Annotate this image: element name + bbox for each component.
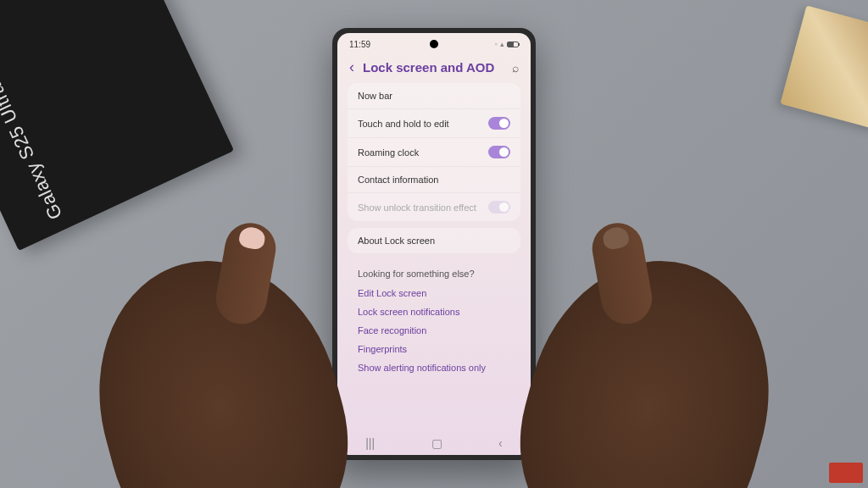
settings-group-1: Now bar Touch and hold to edit Roaming c… [348, 83, 520, 221]
battery-icon [507, 42, 519, 47]
settings-header: ‹ Lock screen and AOD ⌕ [337, 52, 531, 83]
nav-recents-icon[interactable]: ||| [365, 436, 375, 450]
status-time: 11:59 [349, 40, 370, 49]
row-touch-hold[interactable]: Touch and hold to edit [348, 108, 520, 137]
corner-logo [829, 463, 863, 483]
link-face[interactable]: Face recognition [358, 321, 510, 340]
wood-object [781, 6, 868, 130]
row-label: About Lock screen [358, 236, 435, 246]
phone-screen: 11:59 ◦ ▴ ‹ Lock screen and AOD ⌕ Now ba… [337, 33, 531, 455]
toggle-unlock-effect [488, 201, 510, 214]
box-label: Galaxy S25 Ultra [0, 80, 67, 223]
product-box: Galaxy S25 Ultra [0, 0, 234, 251]
status-icons: ◦ ▴ [495, 40, 519, 48]
row-contact[interactable]: Contact information [348, 166, 520, 192]
settings-group-2: About Lock screen [348, 228, 520, 253]
footer-links: Looking for something else? Edit Lock sc… [348, 260, 520, 380]
camera-cutout [430, 40, 438, 48]
left-hand [67, 234, 373, 488]
toggle-touch-hold[interactable] [488, 117, 510, 130]
row-now-bar[interactable]: Now bar [348, 83, 520, 108]
row-unlock-effect: Show unlock transition effect [348, 192, 520, 221]
phone-device: 11:59 ◦ ▴ ‹ Lock screen and AOD ⌕ Now ba… [332, 28, 536, 460]
link-fingerprints[interactable]: Fingerprints [358, 340, 510, 358]
left-finger [212, 219, 280, 329]
row-label: Contact information [358, 175, 438, 185]
row-about[interactable]: About Lock screen [348, 228, 520, 253]
link-edit-lock[interactable]: Edit Lock screen [358, 284, 510, 302]
row-label: Touch and hold to edit [358, 119, 449, 129]
search-icon[interactable]: ⌕ [512, 61, 519, 75]
left-nail [238, 225, 267, 251]
back-icon[interactable]: ‹ [349, 58, 354, 76]
page-title: Lock screen and AOD [363, 60, 504, 75]
row-label: Now bar [358, 91, 392, 101]
settings-list: Now bar Touch and hold to edit Roaming c… [337, 83, 531, 430]
link-notifications[interactable]: Lock screen notifications [358, 302, 510, 321]
right-finger [588, 219, 656, 329]
navigation-bar: ||| ▢ ‹ [337, 430, 531, 455]
row-label: Show unlock transition effect [358, 202, 476, 213]
footer-heading: Looking for something else? [358, 263, 510, 284]
toggle-roaming[interactable] [488, 146, 510, 158]
row-roaming[interactable]: Roaming clock [348, 137, 520, 166]
nav-back-icon[interactable]: ‹ [498, 436, 503, 450]
row-label: Roaming clock [358, 147, 419, 158]
right-nail [602, 225, 631, 251]
right-hand [494, 234, 800, 488]
link-alerting[interactable]: Show alerting notifications only [358, 358, 510, 377]
wifi-icon: ◦ [495, 40, 498, 48]
nav-home-icon[interactable]: ▢ [431, 436, 442, 450]
signal-icon: ▴ [500, 40, 504, 48]
